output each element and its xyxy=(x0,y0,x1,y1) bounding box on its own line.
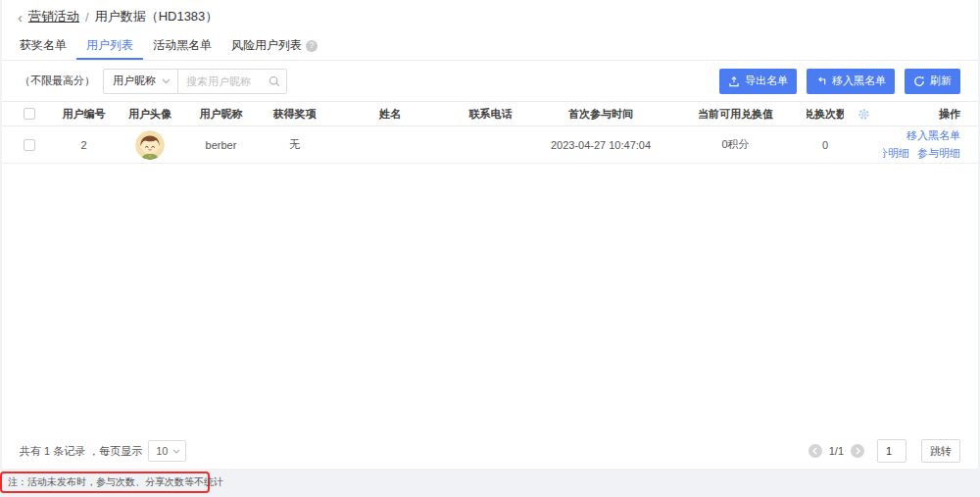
chevron-down-icon xyxy=(162,78,171,84)
summary-suffix: 条记录 ，每页显示 xyxy=(53,444,142,459)
header-available-credit: 当前可用兑换值 xyxy=(664,107,807,122)
help-icon[interactable]: ? xyxy=(306,40,318,52)
row-nickname: berber xyxy=(189,139,253,151)
header-actions: 操作 xyxy=(883,107,978,122)
row-exchange-count: 0 xyxy=(807,139,844,151)
score-scope-label: （不限最高分） xyxy=(20,74,95,88)
action-credit-detail[interactable]: 积分明细 xyxy=(883,146,909,161)
table-header-row: 用户编号 用户头像 用户昵称 获得奖项 姓名 联系电话 首次参与时间 当前可用兑… xyxy=(2,101,978,126)
search-field-select[interactable]: 用户昵称 xyxy=(103,69,178,94)
back-icon[interactable]: ‹ xyxy=(18,10,23,25)
header-nickname: 用户昵称 xyxy=(189,107,253,122)
search-box xyxy=(177,69,287,94)
record-count: 1 xyxy=(44,445,50,457)
jump-button[interactable]: 跳转 xyxy=(921,439,960,463)
search-icon[interactable] xyxy=(269,75,280,87)
tab-label: 活动黑名单 xyxy=(153,37,212,54)
row-checkbox[interactable] xyxy=(24,139,35,151)
row-select-cell xyxy=(2,139,57,151)
chevron-left-icon xyxy=(812,447,817,455)
tab-user-list[interactable]: 用户列表 xyxy=(76,33,143,60)
header-prize: 获得奖项 xyxy=(253,107,336,122)
header-select-all-cell xyxy=(2,108,57,120)
header-user-id: 用户编号 xyxy=(57,107,111,122)
avatar-image xyxy=(135,130,165,160)
move-to-blacklist-label: 移入黑名单 xyxy=(832,74,886,88)
table-empty-area xyxy=(2,164,978,433)
header-settings-cell xyxy=(844,108,883,121)
header-name: 姓名 xyxy=(336,107,444,122)
tab-risk-user-list[interactable]: 风险用户列表 ? xyxy=(221,33,327,60)
refresh-icon xyxy=(913,75,925,87)
refresh-label: 刷新 xyxy=(930,74,952,88)
pagination: 1/1 跳转 xyxy=(808,439,960,463)
page-size-select[interactable]: 10 xyxy=(148,440,186,462)
header-exchange-count: 兑换次数 xyxy=(807,107,844,122)
tab-label: 风险用户列表 xyxy=(231,37,302,54)
toolbar: （不限最高分） 用户昵称 导出名单 移入黑名单 刷新 xyxy=(2,61,978,101)
next-page-button[interactable] xyxy=(851,444,864,458)
row-actions-cell: 移入黑名单 积分明细 参与明细 xyxy=(883,128,978,161)
row-available-credit: 0积分 xyxy=(664,137,807,152)
row-avatar-cell xyxy=(111,130,189,160)
header-phone: 联系电话 xyxy=(444,107,537,122)
avatar xyxy=(135,130,165,160)
page-jump-input[interactable] xyxy=(877,439,906,463)
breadcrumb-separator: / xyxy=(85,10,89,25)
search-field-value: 用户昵称 xyxy=(113,74,156,88)
page-size-value: 10 xyxy=(156,445,168,457)
breadcrumb: ‹ 营销活动 / 用户数据（HD1383） xyxy=(2,0,978,33)
page-indicator: 1/1 xyxy=(829,445,844,457)
row-first-join-time: 2023-04-27 10:47:04 xyxy=(537,139,664,151)
tab-award-list[interactable]: 获奖名单 xyxy=(10,33,76,60)
gear-icon[interactable] xyxy=(858,108,870,121)
chevron-right-icon xyxy=(856,447,860,455)
tab-label: 用户列表 xyxy=(86,37,133,54)
select-all-checkbox[interactable] xyxy=(24,108,35,120)
row-prize: 无 xyxy=(253,137,336,152)
tab-activity-blacklist[interactable]: 活动黑名单 xyxy=(143,33,221,60)
red-annotation-box: 注：活动未发布时，参与次数、分享次数等不统计 xyxy=(0,472,210,493)
move-arrow-icon xyxy=(815,75,827,87)
header-avatar: 用户头像 xyxy=(111,107,189,122)
table-footer: 共有 1 条记录 ，每页显示 10 1/1 跳转 xyxy=(2,433,978,469)
note-text: 注：活动未发布时，参与次数、分享次数等不统计 xyxy=(8,475,223,489)
main-panel: ‹ 营销活动 / 用户数据（HD1383） 获奖名单 用户列表 活动黑名单 风险… xyxy=(2,0,978,469)
export-list-label: 导出名单 xyxy=(745,74,788,88)
action-join-detail[interactable]: 参与明细 xyxy=(917,146,960,161)
tab-label: 获奖名单 xyxy=(20,37,67,54)
note-area: 注：活动未发布时，参与次数、分享次数等不统计 xyxy=(0,469,980,493)
summary-prefix: 共有 xyxy=(20,444,41,459)
breadcrumb-link-campaigns[interactable]: 营销活动 xyxy=(28,8,79,25)
action-move-blacklist[interactable]: 移入黑名单 xyxy=(906,128,960,143)
record-summary: 共有 1 条记录 ，每页显示 10 xyxy=(20,440,186,462)
chevron-down-icon xyxy=(172,449,180,454)
refresh-button[interactable]: 刷新 xyxy=(905,69,960,94)
move-to-blacklist-button[interactable]: 移入黑名单 xyxy=(807,69,895,94)
row-user-id: 2 xyxy=(57,139,111,151)
table-row: 2 xyxy=(2,126,978,164)
export-icon xyxy=(728,75,740,87)
tab-bar: 获奖名单 用户列表 活动黑名单 风险用户列表 ? xyxy=(2,33,978,61)
prev-page-button[interactable] xyxy=(808,444,822,458)
page-title: 用户数据（HD1383） xyxy=(95,8,219,25)
header-first-join-time: 首次参与时间 xyxy=(537,107,664,122)
export-list-button[interactable]: 导出名单 xyxy=(719,69,797,94)
